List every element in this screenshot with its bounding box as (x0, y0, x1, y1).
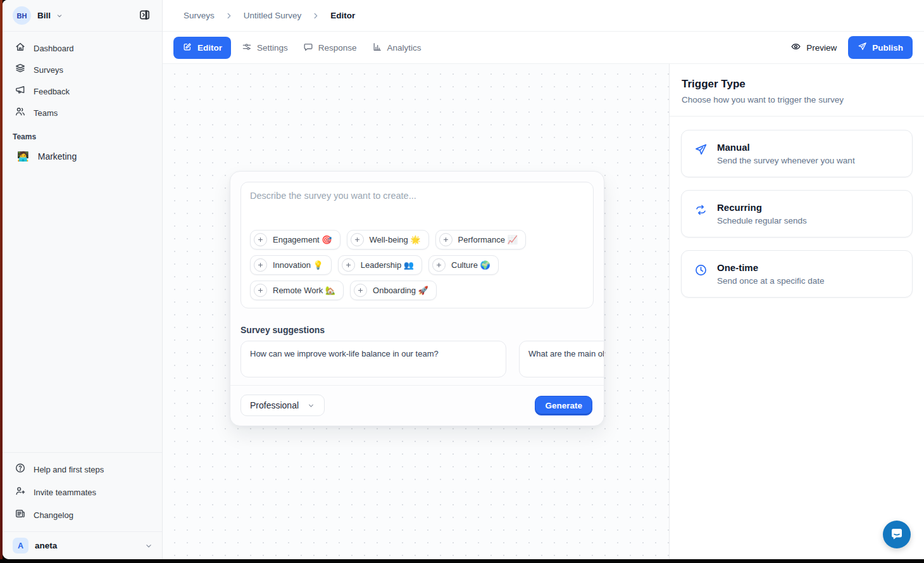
sidebar-item-label: Feedback (34, 87, 70, 96)
help-circle-icon (15, 462, 26, 476)
sidebar-item-label: Invite teammates (34, 488, 96, 497)
home-icon (15, 41, 26, 55)
breadcrumb-editor: Editor (330, 11, 355, 20)
topic-chip-leadership[interactable]: Leadership 👥 (338, 255, 422, 275)
trigger-option-manual[interactable]: Manual Send the survey whenever you want (681, 130, 913, 177)
prompt-card: Engagement 🎯 Well-being 🌟 Performance 📈 … (240, 182, 594, 308)
sidebar-item-dashboard[interactable]: Dashboard (9, 37, 156, 59)
topic-chip-innovation[interactable]: Innovation 💡 (250, 255, 332, 275)
editor-canvas[interactable]: Engagement 🎯 Well-being 🌟 Performance 📈 … (163, 64, 669, 559)
publish-button[interactable]: Publish (848, 36, 913, 59)
teams-section-label: Teams (3, 123, 162, 145)
suggestions-row: How can we improve work-life balance in … (230, 341, 604, 385)
chevron-right-icon (311, 11, 320, 20)
trigger-option-recurring[interactable]: Recurring Schedule regular sends (681, 190, 913, 237)
plus-icon (254, 258, 267, 272)
edit-icon (182, 42, 192, 54)
tab-settings[interactable]: Settings (237, 37, 292, 59)
chevron-down-icon (56, 12, 63, 20)
message-icon (303, 42, 313, 54)
tab-label: Response (318, 43, 357, 53)
trigger-option-description: Schedule regular sends (717, 216, 807, 225)
app-window: BH Bill Dashboard Surveys (3, 0, 924, 559)
sidebar-collapse-button[interactable] (135, 7, 153, 25)
megaphone-icon (15, 84, 26, 98)
tab-analytics[interactable]: Analytics (368, 37, 426, 59)
send-icon (694, 143, 708, 165)
sidebar-item-label: Teams (34, 108, 58, 118)
tab-editor[interactable]: Editor (173, 37, 231, 59)
breadcrumb-surveys[interactable]: Surveys (184, 11, 215, 20)
panel-toggle-icon (139, 9, 151, 23)
sidebar-item-teams[interactable]: Teams (9, 102, 156, 123)
panel-title: Trigger Type (682, 78, 909, 91)
sidebar-footer-nav: Help and first steps Invite teammates Ch… (3, 452, 162, 531)
trigger-option-one-time[interactable]: One-time Send once at a specific date (681, 250, 913, 298)
generate-button[interactable]: Generate (535, 396, 592, 415)
trigger-option-description: Send the survey whenever you want (717, 156, 855, 165)
trigger-option-description: Send once at a specific date (717, 276, 825, 286)
chat-bubble-icon (889, 526, 904, 543)
tab-response[interactable]: Response (299, 37, 361, 59)
layers-icon (15, 63, 26, 77)
send-icon (858, 42, 867, 53)
users-icon (15, 106, 26, 120)
topic-chip-engagement[interactable]: Engagement 🎯 (250, 230, 340, 250)
suggestion-card[interactable]: How can we improve work-life balance in … (240, 341, 506, 377)
suggestion-card[interactable]: What are the main ob (519, 341, 604, 377)
plus-icon (354, 284, 367, 297)
topic-chip-remote-work[interactable]: Remote Work 🏡 (250, 281, 344, 300)
trigger-type-panel: Trigger Type Choose how you want to trig… (669, 64, 924, 559)
account-avatar: A (13, 538, 28, 554)
survey-description-input[interactable] (250, 191, 584, 230)
publish-label: Publish (872, 43, 903, 53)
preview-label: Preview (806, 43, 837, 53)
chat-launcher-button[interactable] (883, 521, 911, 548)
sidebar-item-feedback[interactable]: Feedback (9, 80, 156, 102)
trigger-option-title: Recurring (717, 202, 807, 213)
trigger-option-title: Manual (717, 142, 855, 153)
sidebar-item-label: Surveys (34, 65, 63, 75)
tab-label: Settings (257, 43, 288, 53)
sidebar-header: BH Bill (3, 0, 162, 32)
eye-icon (790, 41, 801, 54)
sidebar-item-invite[interactable]: Invite teammates (9, 481, 156, 503)
tab-label: Analytics (387, 43, 421, 53)
sidebar-nav: Dashboard Surveys Feedback Teams (3, 32, 162, 123)
tone-select[interactable]: Professional (240, 395, 325, 416)
sidebar-item-help[interactable]: Help and first steps (9, 458, 156, 481)
topic-chip-performance[interactable]: Performance 📈 (435, 230, 526, 250)
team-name: Marketing (38, 151, 77, 161)
panel-subtitle: Choose how you want to trigger the surve… (682, 95, 909, 104)
preview-button[interactable]: Preview (790, 41, 837, 54)
tab-label: Editor (197, 43, 222, 53)
main-area: Surveys Untitled Survey Editor Editor Se… (163, 0, 924, 559)
plus-icon (342, 258, 355, 272)
workspace-switcher[interactable]: BH Bill (13, 6, 63, 25)
sidebar-item-surveys[interactable]: Surveys (9, 59, 156, 80)
topic-chip-culture[interactable]: Culture 🌍 (428, 255, 499, 275)
topic-chip-onboarding[interactable]: Onboarding 🚀 (350, 281, 437, 300)
sliders-icon (242, 42, 252, 54)
sidebar-item-team-marketing[interactable]: 🧑‍💻 Marketing (9, 145, 156, 168)
bar-chart-icon (372, 42, 382, 54)
plus-icon (351, 233, 364, 246)
account-switcher[interactable]: A aneta (3, 531, 162, 559)
chevron-down-icon (307, 402, 315, 410)
plus-icon (254, 284, 267, 297)
sidebar-item-changelog[interactable]: Changelog (9, 503, 156, 526)
chevron-down-icon (144, 541, 153, 550)
breadcrumb-untitled-survey[interactable]: Untitled Survey (244, 11, 302, 20)
repeat-icon (694, 203, 708, 225)
topic-chips: Engagement 🎯 Well-being 🌟 Performance 📈 … (250, 230, 584, 300)
user-plus-icon (15, 485, 26, 499)
clock-icon (694, 263, 708, 286)
suggestions-heading: Survey suggestions (230, 308, 604, 341)
workspace-name: Bill (37, 11, 51, 20)
survey-composer-card: Engagement 🎯 Well-being 🌟 Performance 📈 … (230, 171, 604, 426)
sidebar-item-label: Changelog (34, 510, 73, 520)
plus-icon (439, 233, 453, 246)
topic-chip-wellbeing[interactable]: Well-being 🌟 (347, 230, 429, 250)
chevron-right-icon (225, 11, 234, 20)
tone-value: Professional (250, 400, 299, 410)
